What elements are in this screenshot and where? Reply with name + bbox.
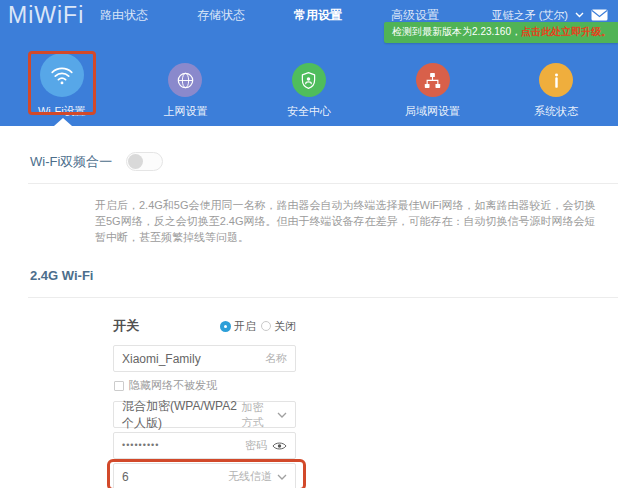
section-title-24g: 2.4G Wi-Fi [30, 268, 618, 283]
dual-band-row: Wi-Fi双频合一 [30, 152, 618, 171]
quicknav-label: Wi-Fi设置 [38, 104, 86, 119]
username[interactable]: 亚链之矛 (艾尔) [492, 8, 568, 23]
top-nav: 路由状态 存储状态 常用设置 高级设置 [100, 7, 439, 24]
radio-on[interactable]: 开启 [220, 319, 256, 334]
switch-label: 开关 [113, 317, 139, 335]
shield-icon [298, 70, 319, 91]
quicknav-wifi-settings[interactable]: Wi-Fi设置 [0, 30, 124, 126]
update-now-link[interactable]: 点击此处立即升级。 [521, 26, 611, 37]
chevron-down-icon [277, 474, 287, 480]
channel-field-wrap: 6 无线信道 [113, 463, 296, 488]
toggle-knob [128, 154, 143, 169]
nav-item-router-status[interactable]: 路由状态 [100, 7, 148, 24]
quicknav-label: 系统状态 [534, 104, 578, 119]
password-field-label: 密码 [245, 438, 267, 453]
quicknav-label: 上网设置 [163, 104, 207, 119]
radio-unselected-icon [261, 321, 271, 331]
content: Wi-Fi双频合一 开启后，2.4G和5G会使用同一名称，路由器会自动为终端选择… [0, 152, 618, 488]
user-area: 亚链之矛 (艾尔) [492, 8, 608, 23]
switch-row: 开关 开启 关闭 [113, 317, 296, 335]
quicknav-label: 安全中心 [287, 104, 331, 119]
update-banner-text: 检测到最新版本为2.23.160， [392, 26, 521, 37]
miwifi-logo: MiWiFi [8, 2, 92, 29]
chevron-down-icon [277, 412, 287, 418]
sitemap-icon [422, 70, 443, 91]
nav-item-common-settings[interactable]: 常用设置 [294, 7, 342, 24]
dual-band-label: Wi-Fi双频合一 [30, 153, 112, 171]
quicknav-label: 局域网设置 [405, 104, 460, 119]
channel-value: 6 [122, 470, 129, 484]
eye-icon[interactable] [272, 441, 287, 451]
security-center-circle [292, 63, 326, 97]
divider [28, 297, 618, 298]
wifi-form: 开关 开启 关闭 Xiaomi_Family 名称 [113, 317, 296, 488]
quicknav-lan-settings[interactable]: 局域网设置 [371, 30, 495, 126]
nav-item-advanced-settings[interactable]: 高级设置 [391, 7, 439, 24]
switch-radio-group: 开启 关闭 [220, 319, 296, 334]
internet-settings-circle [168, 63, 202, 97]
encryption-field-label: 加密方式 [241, 400, 272, 430]
radio-off-label: 关闭 [274, 319, 296, 334]
divider [28, 183, 618, 184]
header: MiWiFi 路由状态 存储状态 常用设置 高级设置 亚链之矛 (艾尔) [0, 0, 618, 126]
dual-band-toggle[interactable] [126, 152, 163, 171]
nav-item-storage-status[interactable]: 存储状态 [197, 7, 245, 24]
ssid-field-label: 名称 [265, 351, 287, 366]
radio-selected-icon [220, 321, 231, 332]
radio-on-label: 开启 [234, 319, 256, 334]
miwifi-settings-page: MiWiFi 路由状态 存储状态 常用设置 高级设置 亚链之矛 (艾尔) [0, 0, 618, 488]
active-tab-pointer [54, 118, 72, 126]
encryption-select[interactable]: 混合加密(WPA/WPA2个人版) 加密方式 [113, 401, 296, 428]
encryption-value: 混合加密(WPA/WPA2个人版) [122, 398, 241, 432]
hide-network-option[interactable]: 隐藏网络不被发现 [114, 378, 296, 393]
update-banner: 检测到最新版本为2.23.160，点击此处立即升级。 [384, 22, 618, 43]
quicknav-security-center[interactable]: 安全中心 [247, 30, 371, 126]
globe-icon [175, 70, 196, 91]
wifi-icon [49, 62, 75, 88]
radio-off[interactable]: 关闭 [261, 319, 296, 334]
quick-nav: Wi-Fi设置 上网设置 [0, 30, 618, 126]
ssid-value: Xiaomi_Family [122, 352, 201, 366]
chevron-down-icon[interactable] [575, 12, 584, 18]
dual-band-description: 开启后，2.4G和5G会使用同一名称，路由器会自动为终端选择最佳WiFi网络，如… [95, 197, 602, 245]
wifi-settings-circle [40, 53, 84, 97]
password-input[interactable]: ••••••••• 密码 [113, 432, 296, 459]
info-icon [546, 70, 567, 91]
channel-field-label: 无线信道 [228, 469, 272, 484]
mail-icon[interactable] [591, 9, 608, 21]
ssid-name-input[interactable]: Xiaomi_Family 名称 [113, 345, 296, 372]
system-status-circle [539, 63, 573, 97]
quicknav-internet-settings[interactable]: 上网设置 [124, 30, 248, 126]
lan-settings-circle [416, 63, 450, 97]
hide-network-label: 隐藏网络不被发现 [129, 378, 217, 393]
checkbox-icon[interactable] [114, 381, 124, 391]
quicknav-system-status[interactable]: 系统状态 [494, 30, 618, 126]
channel-select[interactable]: 6 无线信道 [113, 463, 296, 488]
password-value: ••••••••• [122, 432, 159, 459]
